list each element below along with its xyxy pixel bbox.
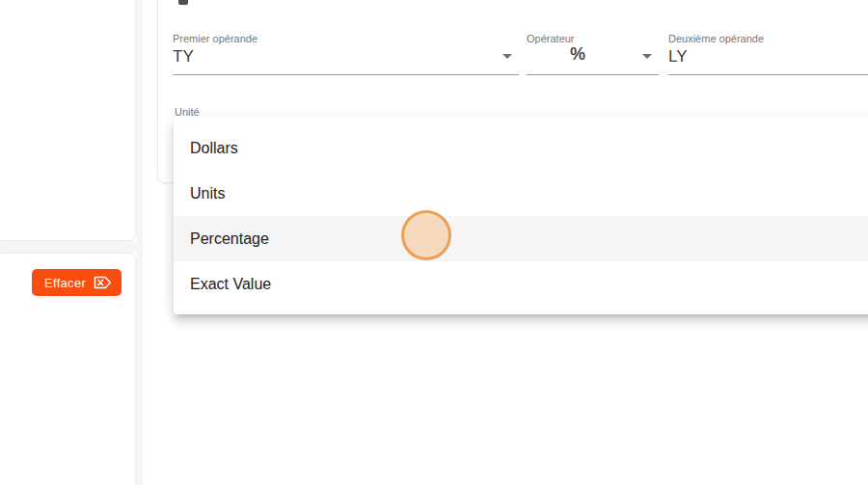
page-gutter-gap <box>0 241 136 253</box>
page-gutter-vertical <box>136 0 143 485</box>
menu-item-dollars[interactable]: Dollars <box>174 125 868 171</box>
first-operand-underline <box>173 74 519 75</box>
first-operand-value[interactable]: TY <box>173 47 194 67</box>
unit-dropdown-menu: Dollars Units Percentage Exact Value <box>174 118 868 314</box>
left-panel-top <box>0 0 136 241</box>
operator-underline <box>527 74 659 75</box>
clear-x-icon <box>94 276 112 289</box>
clear-button-label: Effacer <box>44 276 86 290</box>
clear-button[interactable]: Effacer <box>32 269 122 296</box>
second-operand-underline <box>668 74 868 75</box>
second-operand-label: Deuxième opérande <box>668 33 764 44</box>
second-operand-value[interactable]: LY <box>668 47 688 67</box>
menu-item-percentage[interactable]: Percentage <box>174 216 868 261</box>
chevron-down-icon[interactable] <box>502 54 512 59</box>
menu-item-units[interactable]: Units <box>174 171 868 216</box>
chevron-down-icon[interactable] <box>642 54 652 59</box>
partial-icon <box>178 0 188 5</box>
first-operand-label: Premier opérande <box>173 33 258 44</box>
operator-value[interactable]: % <box>570 44 585 65</box>
unit-label: Unité <box>175 106 200 118</box>
operator-label: Opérateur <box>527 33 575 44</box>
menu-item-exact-value[interactable]: Exact Value <box>174 261 868 307</box>
